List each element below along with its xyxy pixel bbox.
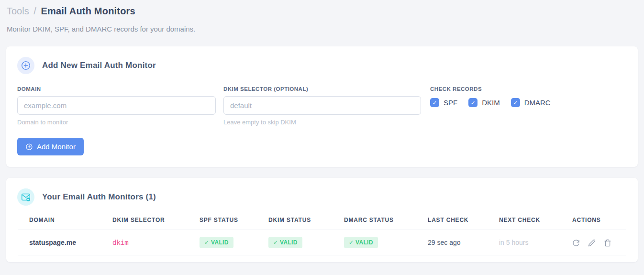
column-header-actions: ACTIONS bbox=[572, 214, 626, 230]
status-badge: ✓ VALID bbox=[200, 237, 233, 248]
plus-circle-icon bbox=[25, 143, 33, 151]
table-header-row: DOMAIN DKIM SELECTOR SPF STATUS DKIM STA… bbox=[18, 214, 626, 230]
column-header-dmarc-status: DMARC STATUS bbox=[344, 214, 428, 230]
checkbox-dkim[interactable]: ✓ DKIM bbox=[468, 98, 500, 107]
check-icon: ✓ bbox=[273, 239, 278, 246]
monitor-dkim-selector: dkim bbox=[112, 230, 200, 255]
domain-field-label: DOMAIN bbox=[17, 86, 216, 92]
add-monitor-button[interactable]: Add Monitor bbox=[17, 138, 84, 155]
check-records-group: CHECK RECORDS ✓ SPF ✓ DKIM ✓ DMARC bbox=[430, 86, 562, 107]
add-monitor-card-header: Add New Email Auth Monitor bbox=[17, 57, 627, 74]
column-header-domain: DOMAIN bbox=[18, 214, 112, 230]
breadcrumb: Tools / Email Auth Monitors bbox=[6, 6, 638, 17]
column-header-spf-status: SPF STATUS bbox=[200, 214, 268, 230]
add-monitor-form: DOMAIN Domain to monitor DKIM SELECTOR (… bbox=[17, 86, 627, 126]
domain-input[interactable] bbox=[17, 96, 216, 115]
checkbox-spf-label: SPF bbox=[444, 99, 457, 107]
add-monitor-card-title: Add New Email Auth Monitor bbox=[42, 61, 156, 70]
dkim-selector-input[interactable] bbox=[223, 96, 421, 115]
dkim-status-cell: ✓ VALID bbox=[268, 230, 344, 255]
checkbox-dmarc[interactable]: ✓ DMARC bbox=[511, 98, 551, 107]
checkbox-checked-icon[interactable]: ✓ bbox=[430, 98, 439, 107]
monitors-list-card: Your Email Auth Monitors (1) DOMAIN DKIM… bbox=[6, 178, 638, 262]
domain-field-group: DOMAIN Domain to monitor bbox=[17, 86, 216, 126]
email-auth-monitors-page: Tools / Email Auth Monitors Monitor DKIM… bbox=[0, 0, 644, 262]
monitor-next-check: in 5 hours bbox=[499, 230, 572, 255]
dkim-selector-field-label: DKIM SELECTOR (OPTIONAL) bbox=[223, 86, 421, 92]
checkbox-dkim-label: DKIM bbox=[482, 99, 500, 107]
monitors-table: DOMAIN DKIM SELECTOR SPF STATUS DKIM STA… bbox=[18, 214, 626, 255]
page-title: Email Auth Monitors bbox=[41, 6, 135, 16]
column-header-dkim-status: DKIM STATUS bbox=[268, 214, 344, 230]
trash-icon bbox=[604, 239, 611, 247]
table-row: statuspage.me dkim ✓ VALID ✓ VALID ✓ VAL… bbox=[18, 230, 626, 255]
dkim-selector-field-hint: Leave empty to skip DKIM bbox=[223, 119, 421, 126]
breadcrumb-tools-link[interactable]: Tools bbox=[7, 6, 29, 16]
monitors-card-header: Your Email Auth Monitors (1) bbox=[6, 188, 638, 206]
monitor-domain: statuspage.me bbox=[18, 230, 112, 255]
page-subtitle: Monitor DKIM, SPF, and DMARC records for… bbox=[6, 25, 638, 33]
check-icon: ✓ bbox=[349, 239, 354, 246]
checkbox-spf[interactable]: ✓ SPF bbox=[430, 98, 457, 107]
column-header-last-check: LAST CHECK bbox=[428, 214, 499, 230]
dkim-selector-field-group: DKIM SELECTOR (OPTIONAL) Leave empty to … bbox=[223, 86, 421, 126]
refresh-icon bbox=[572, 239, 580, 247]
spf-status-cell: ✓ VALID bbox=[200, 230, 268, 255]
check-records-options: ✓ SPF ✓ DKIM ✓ DMARC bbox=[430, 98, 562, 107]
check-icon: ✓ bbox=[204, 239, 209, 246]
monitor-actions bbox=[572, 230, 626, 255]
checkbox-checked-icon[interactable]: ✓ bbox=[468, 98, 477, 107]
status-badge: ✓ VALID bbox=[344, 237, 378, 248]
delete-button[interactable] bbox=[604, 239, 611, 247]
column-header-next-check: NEXT CHECK bbox=[499, 214, 572, 230]
monitor-last-check: 29 sec ago bbox=[428, 230, 499, 255]
refresh-button[interactable] bbox=[572, 239, 580, 247]
plus-circle-icon bbox=[17, 57, 34, 74]
checkbox-checked-icon[interactable]: ✓ bbox=[511, 98, 520, 107]
checkbox-dmarc-label: DMARC bbox=[524, 99, 551, 107]
column-header-dkim-selector: DKIM SELECTOR bbox=[112, 214, 200, 230]
edit-button[interactable] bbox=[588, 239, 596, 247]
add-monitor-card: Add New Email Auth Monitor DOMAIN Domain… bbox=[6, 46, 638, 167]
mail-check-icon bbox=[17, 188, 34, 206]
dmarc-status-cell: ✓ VALID bbox=[344, 230, 428, 255]
status-badge: ✓ VALID bbox=[268, 237, 302, 248]
breadcrumb-separator: / bbox=[33, 6, 36, 16]
add-monitor-button-label: Add Monitor bbox=[37, 143, 76, 151]
check-records-label: CHECK RECORDS bbox=[430, 86, 562, 92]
pencil-icon bbox=[588, 239, 596, 247]
domain-field-hint: Domain to monitor bbox=[17, 119, 216, 126]
monitors-card-title: Your Email Auth Monitors (1) bbox=[42, 192, 156, 202]
